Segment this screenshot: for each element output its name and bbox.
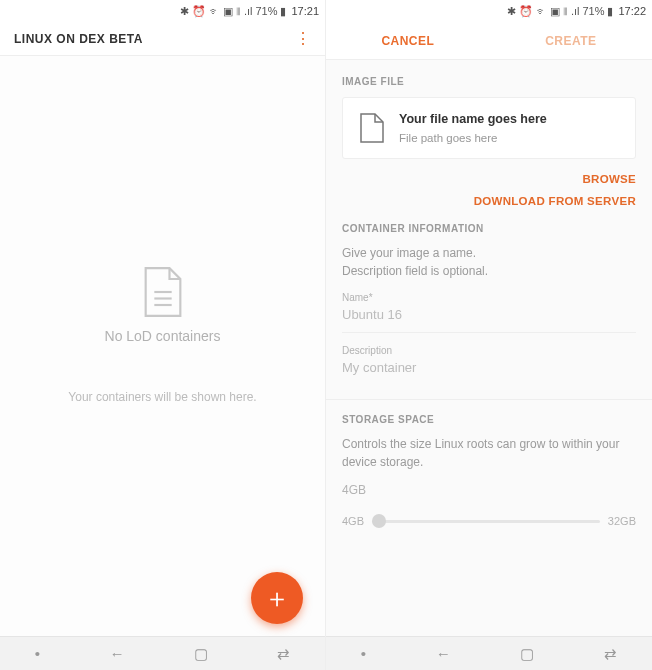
status-bar: ✱ ⏰ ᯤ ▣ ⫴ .ıl 71% ▮ 17:22 (326, 0, 652, 22)
section-container-info: CONTAINER INFORMATION (342, 223, 636, 234)
slider-thumb-icon[interactable] (372, 514, 386, 528)
screen-create-container: ✱ ⏰ ᯤ ▣ ⫴ .ıl 71% ▮ 17:22 CANCEL CREATE … (326, 0, 652, 670)
cancel-button[interactable]: CANCEL (381, 34, 434, 48)
alarm-icon: ⏰ (519, 5, 533, 18)
slider-min-label: 4GB (342, 515, 364, 527)
battery-percent: 71% (255, 5, 277, 17)
plus-icon: ＋ (264, 581, 290, 616)
nav-home-icon[interactable]: ▢ (520, 645, 534, 663)
status-bar: ✱ ⏰ ᯤ ▣ ⫴ .ıl 71% ▮ 17:21 (0, 0, 325, 22)
nav-back-icon[interactable]: ← (436, 645, 451, 662)
battery-icon: ▮ (607, 5, 613, 18)
divider (326, 399, 652, 400)
nav-home-icon[interactable]: ▢ (194, 645, 208, 663)
action-bar: CANCEL CREATE (326, 22, 652, 60)
alarm-icon: ⏰ (192, 5, 206, 18)
empty-title: No LoD containers (105, 328, 221, 344)
signal-icon: .ıl (571, 5, 580, 17)
screenshot-icon: ▣ (223, 5, 233, 18)
file-name: Your file name goes here (399, 112, 547, 126)
storage-help: Controls the size Linux roots can grow t… (342, 435, 636, 471)
android-nav-bar: • ← ▢ ⇄ (0, 636, 325, 670)
slider-max-label: 32GB (608, 515, 636, 527)
browse-link[interactable]: BROWSE (342, 173, 636, 185)
clock: 17:21 (291, 5, 319, 17)
wifi-icon: ᯤ (209, 5, 220, 17)
app-title: LINUX ON DEX BETA (14, 32, 143, 46)
description-label: Description (342, 345, 636, 356)
file-icon (359, 112, 385, 144)
nav-back-icon[interactable]: ← (109, 645, 124, 662)
document-icon (141, 266, 185, 318)
bluetooth-icon: ✱ (180, 5, 189, 18)
name-field[interactable]: Ubuntu 16 (342, 305, 636, 333)
battery-percent: 71% (582, 5, 604, 17)
create-form: IMAGE FILE Your file name goes here File… (326, 60, 652, 636)
nav-dot-icon[interactable]: • (35, 645, 40, 662)
signal-icon: ⫴ (236, 5, 241, 18)
file-path: File path goes here (399, 132, 547, 144)
clock: 17:22 (618, 5, 646, 17)
container-info-help: Give your image a name. Description fiel… (342, 244, 636, 280)
section-image-file: IMAGE FILE (342, 76, 636, 87)
wifi-icon: ᯤ (536, 5, 547, 17)
signal-icon: ⫴ (563, 5, 568, 18)
image-file-card[interactable]: Your file name goes here File path goes … (342, 97, 636, 159)
more-menu-icon[interactable]: ⋮ (295, 31, 311, 47)
storage-slider[interactable] (372, 520, 600, 523)
empty-subtitle: Your containers will be shown here. (68, 390, 256, 404)
nav-recents-icon[interactable]: ⇄ (277, 645, 290, 663)
description-field[interactable]: My container (342, 358, 636, 385)
android-nav-bar: • ← ▢ ⇄ (326, 636, 652, 670)
empty-state: No LoD containers Your containers will b… (0, 56, 325, 636)
download-from-server-link[interactable]: DOWNLOAD FROM SERVER (342, 195, 636, 207)
screen-container-list: ✱ ⏰ ᯤ ▣ ⫴ .ıl 71% ▮ 17:21 LINUX ON DEX B… (0, 0, 326, 670)
screenshot-icon: ▣ (550, 5, 560, 18)
storage-size-value: 4GB (342, 483, 636, 497)
add-container-button[interactable]: ＋ (251, 572, 303, 624)
bluetooth-icon: ✱ (507, 5, 516, 18)
signal-icon: .ıl (244, 5, 253, 17)
battery-icon: ▮ (280, 5, 286, 18)
section-storage: STORAGE SPACE (342, 414, 636, 425)
title-bar: LINUX ON DEX BETA ⋮ (0, 22, 325, 56)
create-button[interactable]: CREATE (545, 34, 596, 48)
nav-dot-icon[interactable]: • (361, 645, 366, 662)
name-label: Name* (342, 292, 636, 303)
nav-recents-icon[interactable]: ⇄ (604, 645, 617, 663)
